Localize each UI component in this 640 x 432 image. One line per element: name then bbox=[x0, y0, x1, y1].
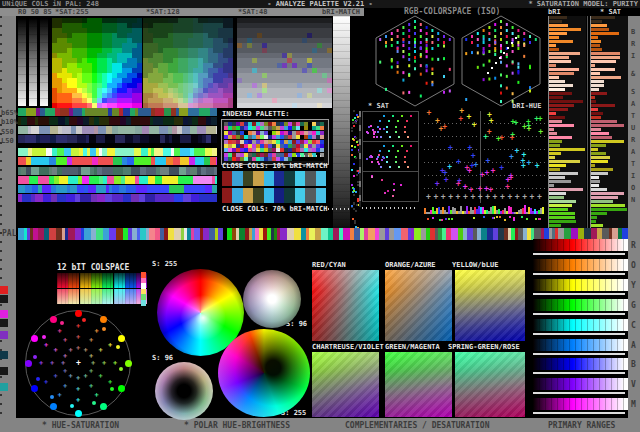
close-col-swatch bbox=[243, 188, 253, 203]
gradient-row-cell bbox=[163, 148, 171, 156]
stray-dot bbox=[441, 219, 443, 221]
noise-dot bbox=[352, 122, 354, 124]
histogram-bar bbox=[591, 72, 600, 75]
wheel-sat-mark: + bbox=[76, 374, 80, 382]
gradient-row-cell bbox=[139, 176, 148, 184]
scatter-dot bbox=[377, 131, 379, 133]
gradient-row-cell bbox=[166, 157, 173, 165]
primary-band-separator bbox=[533, 412, 625, 414]
histogram-bar bbox=[549, 164, 566, 167]
baseline-mark: + bbox=[507, 193, 512, 201]
hue-mark: + bbox=[444, 176, 449, 184]
close-col-swatch bbox=[305, 188, 315, 203]
noise-dot bbox=[351, 127, 353, 129]
rail-tile bbox=[0, 331, 8, 339]
wheel-sat-mark: + bbox=[89, 336, 93, 344]
indexed-palette-dots bbox=[296, 155, 324, 157]
colspace-cell bbox=[114, 273, 125, 288]
gradient-row-cell bbox=[191, 194, 199, 202]
primary-letter-V: V bbox=[631, 380, 636, 389]
scatter-dot bbox=[389, 166, 391, 168]
histogram-bar bbox=[549, 100, 583, 103]
histogram-bar bbox=[549, 196, 564, 199]
gradient-row-cell bbox=[131, 194, 139, 202]
baseline-mark: + bbox=[426, 193, 431, 201]
comp-panel-1 bbox=[385, 270, 452, 341]
scatter-dot bbox=[407, 166, 409, 168]
gradient-row-cell bbox=[145, 194, 155, 202]
vertical-letter: T bbox=[631, 112, 635, 120]
hue-mark: + bbox=[534, 115, 539, 123]
wheel-hue-dot-small bbox=[102, 327, 106, 331]
gradient-row-cell bbox=[81, 167, 90, 175]
close-col-swatch bbox=[305, 171, 315, 186]
baseline-mark: + bbox=[500, 193, 505, 201]
primary-letter-Y: Y bbox=[631, 281, 636, 290]
close-col-swatch bbox=[295, 171, 305, 186]
scatter-dot bbox=[379, 150, 381, 152]
wheel-sat-mark: + bbox=[69, 346, 73, 354]
close-col-swatch bbox=[253, 171, 263, 186]
wheel-sat-mark: + bbox=[113, 359, 117, 367]
gradient-row-cell bbox=[135, 126, 142, 134]
scatter-dot bbox=[404, 156, 406, 158]
close-col-swatch bbox=[316, 188, 326, 203]
gradient-row-cell bbox=[96, 185, 106, 193]
gradient-row-cell bbox=[82, 176, 89, 184]
palette-cell bbox=[320, 131, 324, 135]
pal-strip-cell bbox=[68, 228, 75, 240]
histogram-bar bbox=[549, 132, 557, 135]
scatter-dot bbox=[383, 115, 385, 117]
wheel-sat-mark: + bbox=[63, 367, 67, 375]
gradient-row-cell bbox=[185, 176, 193, 184]
noise-dot bbox=[353, 110, 355, 112]
histogram-bar bbox=[591, 172, 608, 175]
footer-complementaries: COMPLEMENTARIES / DESATURATION bbox=[345, 421, 490, 430]
gradient-row-cell bbox=[25, 185, 32, 193]
wheel-center-mark: + bbox=[76, 359, 81, 367]
vertical-letter: R bbox=[631, 136, 635, 144]
scatter-dot bbox=[407, 136, 409, 138]
close-col-swatch bbox=[295, 188, 305, 203]
gradient-row-cell bbox=[31, 126, 39, 134]
footer-hue-saturation: * HUE-SATURATION bbox=[42, 421, 119, 430]
scatter-dot bbox=[388, 150, 390, 152]
gradient-row-cell bbox=[172, 135, 180, 143]
primary-band-Y bbox=[533, 279, 628, 291]
comp-label-0: RED/CYAN bbox=[312, 261, 346, 269]
stray-dot bbox=[432, 217, 434, 219]
gradient-row-cell bbox=[39, 148, 46, 156]
histogram-bar bbox=[591, 36, 598, 39]
gradient-row-cell bbox=[211, 117, 217, 125]
hue-mark: + bbox=[491, 167, 496, 175]
scatter-dot bbox=[383, 157, 385, 159]
gradient-row-cell bbox=[193, 176, 204, 184]
stray-dot bbox=[499, 216, 501, 218]
colspace-cell bbox=[80, 273, 91, 288]
pal-strip-cell bbox=[394, 228, 401, 240]
histogram-bar bbox=[549, 20, 562, 23]
gradient-row-cell bbox=[205, 148, 212, 156]
vertical-letter: I bbox=[631, 172, 635, 180]
brihue-scatter: ++++++++++++++++++++++++++++++++++++++++… bbox=[424, 111, 545, 203]
histogram-bar bbox=[549, 92, 572, 95]
stray-dot bbox=[539, 218, 541, 220]
pal-strip-cell bbox=[49, 228, 56, 240]
histogram-bar bbox=[549, 72, 574, 75]
noise-dot bbox=[354, 222, 356, 224]
primary-band-O bbox=[533, 259, 628, 271]
close-cols-row-2 bbox=[222, 188, 326, 203]
gradient-row-cell bbox=[105, 135, 115, 143]
gradient-row-cell bbox=[58, 117, 65, 125]
sat-histogram bbox=[590, 16, 628, 232]
stray-dot bbox=[513, 217, 515, 219]
hue-mark: + bbox=[465, 164, 470, 172]
gradient-row-cell bbox=[77, 135, 86, 143]
gradient-row-cell bbox=[72, 157, 81, 165]
primary-band-M bbox=[533, 398, 628, 410]
vertical-letter: A bbox=[631, 148, 635, 156]
gradient-row-cell bbox=[27, 117, 35, 125]
wheel-hue-dot bbox=[31, 335, 38, 342]
rail-tile bbox=[0, 367, 8, 375]
close-col-swatch bbox=[264, 171, 274, 186]
